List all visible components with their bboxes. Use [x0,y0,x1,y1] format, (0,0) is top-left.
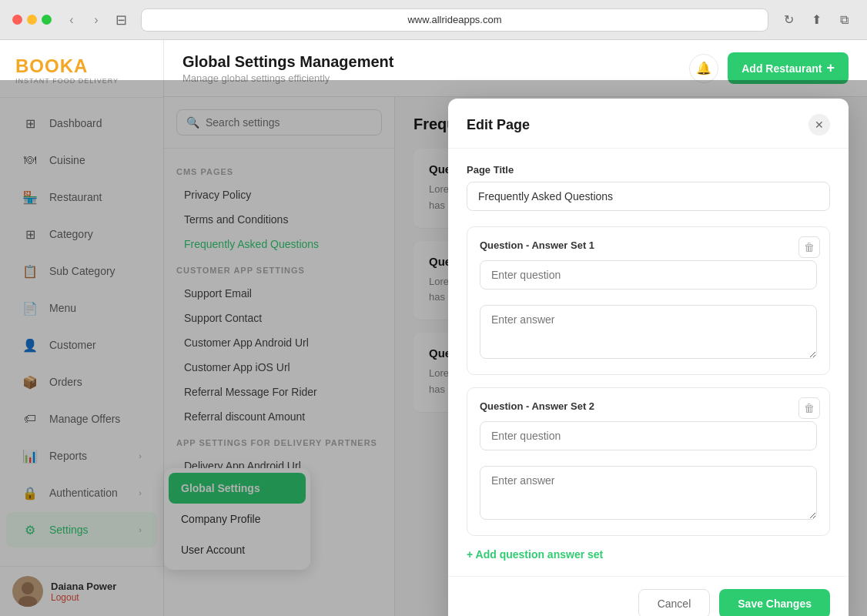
page-title-input[interactable] [467,182,830,211]
browser-actions: ↻ ⬆ ⧉ [778,9,855,31]
forward-button[interactable]: › [85,9,107,31]
save-changes-button[interactable]: Save Changes [719,589,830,616]
qa-set-1-delete-button[interactable]: 🗑 [798,236,820,258]
plus-icon: + [826,60,835,76]
qa-set-2-label: Question - Answer Set 2 [480,400,817,412]
modal-title: Edit Page [467,117,530,133]
page-title-label: Page Title [467,164,830,176]
close-button[interactable] [12,15,22,25]
add-qa-button[interactable]: + Add question answer set [467,548,603,561]
question-1-input[interactable] [480,260,817,290]
qa-set-2: Question - Answer Set 2 🗑 [467,387,830,536]
page-header: Global Settings Management Manage global… [182,53,393,84]
nav-buttons: ‹ › ⊟ [61,9,132,31]
add-restaurant-button[interactable]: Add Restaurant + [728,52,849,84]
add-restaurant-label: Add Restaurant [741,62,822,75]
edit-page-modal: Edit Page ✕ Page Title Question - Answer… [448,99,849,616]
url-text: www.allrideapps.com [407,14,501,25]
notification-button[interactable]: 🔔 [689,54,718,83]
a1-group [480,305,817,362]
modal-header: Edit Page ✕ [448,99,849,149]
modal-body: Page Title Question - Answer Set 1 🗑 [448,149,849,576]
url-bar[interactable]: www.allrideapps.com [141,8,768,32]
logo-brand: BOOKA [15,55,148,77]
cancel-button[interactable]: Cancel [638,589,711,616]
a2-group [480,466,817,523]
reload-button[interactable]: ↻ [778,9,799,31]
browser-chrome: ‹ › ⊟ www.allrideapps.com ↻ ⬆ ⧉ [0,0,867,40]
qa-set-1: Question - Answer Set 1 🗑 [467,226,830,375]
share-button[interactable]: ⬆ [805,9,827,31]
page-title: Global Settings Management [182,53,393,71]
app-layout: BOOKA INSTANT FOOD DELIVERY ⊞ Dashboard … [0,40,867,616]
sidebar-toggle-button[interactable]: ⊟ [110,9,132,31]
question-2-input[interactable] [480,421,817,450]
modal-footer: Cancel Save Changes [448,576,849,616]
modal-overlay: Edit Page ✕ Page Title Question - Answer… [0,80,867,616]
q1-group [480,260,817,290]
modal-close-button[interactable]: ✕ [808,114,830,136]
qa-set-1-label: Question - Answer Set 1 [480,239,817,251]
tabs-button[interactable]: ⧉ [833,9,855,31]
traffic-lights [12,15,52,25]
qa-set-2-delete-button[interactable]: 🗑 [798,397,820,419]
add-qa-wrapper: + Add question answer set [467,548,830,561]
page-title-group: Page Title [467,164,830,211]
bell-icon: 🔔 [696,61,711,75]
back-button[interactable]: ‹ [61,9,82,31]
maximize-button[interactable] [42,15,52,25]
answer-1-input[interactable] [480,305,817,359]
top-actions: 🔔 Add Restaurant + [689,52,849,84]
q2-group [480,421,817,450]
minimize-button[interactable] [27,15,37,25]
answer-2-input[interactable] [480,466,817,520]
